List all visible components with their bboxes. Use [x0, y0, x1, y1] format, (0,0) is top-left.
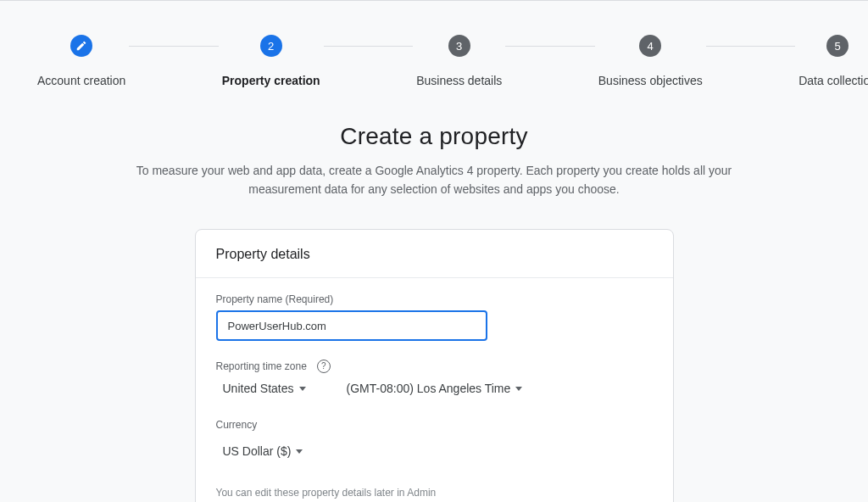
property-details-hint: You can edit these property details late…	[216, 487, 653, 499]
step-label: Property creation	[222, 74, 320, 87]
card-title: Property details	[196, 230, 673, 278]
property-name-input[interactable]	[216, 310, 487, 341]
property-details-card: Property details Property name (Required…	[195, 229, 674, 502]
dropdown-value: US Dollar ($)	[223, 444, 292, 458]
step-account-creation[interactable]: Account creation	[37, 35, 125, 87]
page-title: Create a property	[0, 123, 868, 150]
edit-icon	[70, 35, 92, 57]
currency-dropdown[interactable]: US Dollar ($)	[216, 438, 309, 465]
timezone-country-dropdown[interactable]: United States	[216, 375, 311, 402]
page-header: Create a property To measure your web an…	[0, 87, 868, 198]
step-label: Business objectives	[598, 74, 703, 87]
timezone-zone-dropdown[interactable]: (GMT-08:00) Los Angeles Time	[340, 375, 528, 402]
step-label: Data collection	[798, 74, 868, 87]
stepper: Account creation 2 Property creation 3 B…	[0, 0, 868, 87]
help-icon[interactable]: ?	[317, 360, 331, 373]
step-connector	[505, 46, 594, 47]
page-subtitle: To measure your web and app data, create…	[103, 162, 765, 198]
step-business-objectives[interactable]: 4 Business objectives	[598, 35, 703, 87]
timezone-label: Reporting time zone	[216, 360, 307, 372]
step-data-collection[interactable]: 5 Data collection	[798, 35, 868, 87]
currency-label: Currency	[216, 419, 653, 431]
dropdown-value: (GMT-08:00) Los Angeles Time	[347, 382, 511, 395]
dropdown-value: United States	[223, 382, 294, 395]
step-number: 2	[260, 35, 282, 57]
step-connector	[324, 46, 413, 47]
chevron-down-icon	[515, 387, 522, 391]
step-number: 4	[639, 35, 661, 57]
step-connector	[129, 46, 218, 47]
step-connector	[706, 46, 795, 47]
step-number: 5	[826, 35, 849, 57]
chevron-down-icon	[296, 449, 303, 454]
step-label: Business details	[416, 74, 502, 87]
step-number: 3	[448, 35, 470, 57]
step-property-creation[interactable]: 2 Property creation	[222, 35, 320, 87]
chevron-down-icon	[299, 387, 306, 391]
step-label: Account creation	[37, 74, 125, 87]
step-business-details[interactable]: 3 Business details	[416, 35, 502, 87]
property-name-label: Property name (Required)	[216, 293, 653, 305]
